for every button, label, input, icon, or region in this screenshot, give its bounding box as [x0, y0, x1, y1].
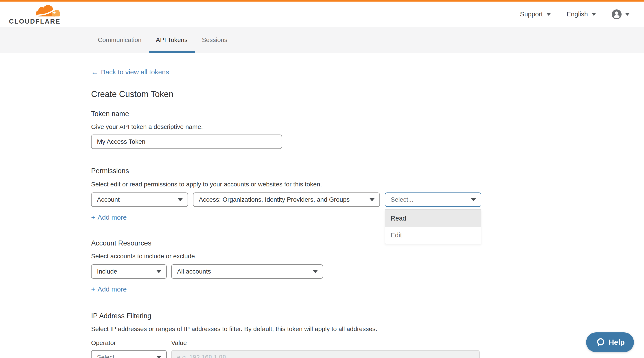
top-header: CLOUDFLARE Support English	[0, 2, 644, 27]
permission-level-select[interactable]: Select...	[385, 192, 481, 207]
header-nav: Support English	[520, 10, 630, 19]
ip-value-input[interactable]	[171, 350, 480, 358]
permissions-description: Select edit or read permissions to apply…	[91, 181, 644, 188]
tab-label: Communication	[98, 36, 142, 44]
help-button[interactable]: Help	[586, 332, 634, 352]
back-to-tokens-link[interactable]: ← Back to view all tokens	[91, 68, 169, 76]
ip-filtering-labels: Operator Value	[91, 339, 644, 346]
accounts-value: All accounts	[177, 268, 211, 275]
cloudflare-logo-text: CLOUDFLARE	[9, 18, 60, 25]
tab-api-tokens[interactable]: API Tokens	[149, 27, 195, 53]
chat-bubble-icon	[595, 337, 606, 347]
token-name-heading: Token name	[91, 110, 644, 118]
tab-bar: Communication API Tokens Sessions	[0, 27, 644, 53]
menu-option-label: Edit	[391, 232, 402, 239]
permission-resource-select[interactable]: Access: Organizations, Identity Provider…	[193, 192, 380, 207]
back-arrow-icon: ←	[91, 69, 98, 76]
ip-filtering-section: IP Address Filtering Select IP addresses…	[91, 312, 644, 358]
language-label: English	[566, 11, 588, 18]
token-name-input[interactable]	[91, 135, 282, 149]
value-label: Value	[171, 339, 187, 346]
main-content: ← Back to view all tokens Create Custom …	[0, 53, 644, 358]
permission-resource-value: Access: Organizations, Identity Provider…	[199, 196, 350, 203]
account-resources-heading: Account Resources	[91, 239, 644, 247]
dropdown-caret-icon	[471, 198, 476, 201]
dropdown-caret-icon	[178, 198, 183, 201]
operator-label: Operator	[91, 339, 171, 346]
dropdown-caret-icon	[313, 270, 318, 273]
ip-filtering-row: Select...	[91, 350, 644, 358]
permission-level-menu: Read Edit	[385, 210, 481, 244]
back-link-label: Back to view all tokens	[101, 68, 169, 76]
user-avatar-icon	[612, 10, 622, 19]
tab-label: API Tokens	[156, 36, 188, 44]
account-mode-value: Include	[97, 268, 117, 275]
operator-placeholder: Select...	[97, 354, 120, 358]
account-resources-row: Include All accounts	[91, 264, 644, 279]
cloudflare-cloud-icon	[36, 5, 60, 17]
support-menu[interactable]: Support	[520, 11, 551, 18]
help-label: Help	[609, 338, 625, 346]
cloudflare-logo[interactable]: CLOUDFLARE	[9, 5, 60, 25]
chevron-down-icon	[592, 13, 596, 16]
operator-select[interactable]: Select...	[91, 350, 167, 358]
dropdown-caret-icon	[156, 270, 161, 273]
add-more-label: Add more	[98, 214, 127, 221]
language-menu[interactable]: English	[566, 11, 596, 18]
account-resources-add-more-link[interactable]: + Add more	[91, 285, 127, 293]
permissions-heading: Permissions	[91, 167, 644, 175]
tab-label: Sessions	[202, 36, 228, 44]
token-name-description: Give your API token a descriptive name.	[91, 123, 644, 131]
dropdown-caret-icon	[370, 198, 374, 201]
account-menu[interactable]	[612, 10, 630, 19]
ip-filtering-heading: IP Address Filtering	[91, 312, 644, 320]
chevron-down-icon	[546, 13, 551, 16]
token-name-section: Token name Give your API token a descrip…	[91, 110, 644, 149]
permission-level-placeholder: Select...	[391, 196, 413, 203]
permission-scope-value: Account	[97, 196, 120, 203]
permissions-add-more-link[interactable]: + Add more	[91, 214, 127, 221]
permissions-section: Permissions Select edit or read permissi…	[91, 167, 644, 221]
page-title: Create Custom Token	[91, 89, 644, 99]
account-mode-select[interactable]: Include	[91, 264, 167, 279]
account-resources-description: Select accounts to include or exclude.	[91, 253, 644, 260]
plus-icon: +	[91, 286, 95, 293]
accounts-select[interactable]: All accounts	[171, 264, 323, 279]
menu-option-edit[interactable]: Edit	[385, 227, 481, 244]
ip-filtering-description: Select IP addresses or ranges of IP addr…	[91, 325, 644, 333]
menu-option-label: Read	[391, 215, 406, 222]
account-resources-section: Account Resources Select accounts to inc…	[91, 239, 644, 293]
tab-sessions[interactable]: Sessions	[195, 27, 235, 53]
chevron-down-icon	[625, 13, 630, 16]
menu-option-read[interactable]: Read	[385, 210, 481, 227]
brand-accent-strip	[0, 0, 644, 2]
dropdown-caret-icon	[156, 356, 161, 358]
tab-communication[interactable]: Communication	[91, 27, 149, 53]
permissions-row: Account Access: Organizations, Identity …	[91, 192, 644, 207]
permission-level-wrap: Select... Read Edit	[385, 192, 481, 207]
plus-icon: +	[91, 214, 95, 221]
add-more-label: Add more	[98, 285, 127, 293]
support-label: Support	[520, 11, 543, 18]
permission-scope-select[interactable]: Account	[91, 192, 188, 207]
